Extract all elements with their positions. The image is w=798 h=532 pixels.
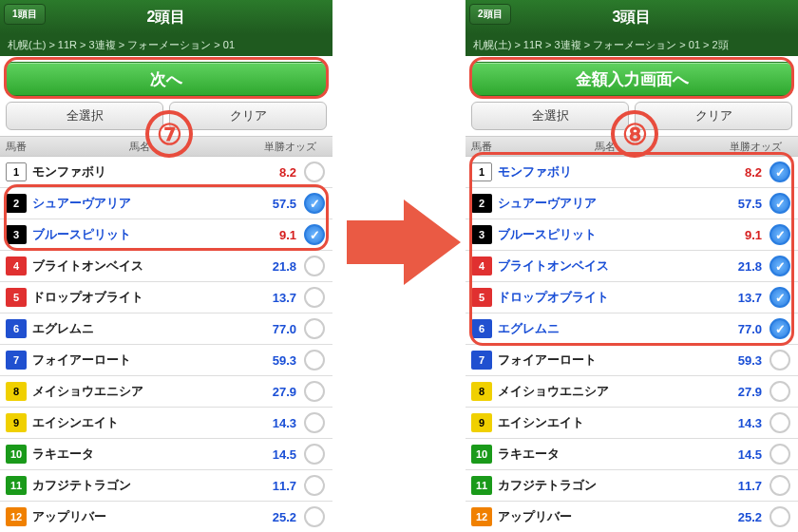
back-button[interactable]: 1頭目 [4, 4, 46, 25]
horse-number: 8 [6, 382, 27, 401]
horse-row[interactable]: 7フォイアーロート59.3 [0, 345, 332, 376]
horse-row[interactable]: 2シュアーヴアリア57.5 [0, 188, 332, 219]
horse-odds: 25.2 [714, 510, 762, 524]
horse-number: 12 [471, 507, 492, 526]
horse-name: エグレムニ [32, 320, 249, 337]
header: 2頭目 3頭目 [466, 0, 798, 34]
select-checkbox[interactable] [304, 475, 325, 496]
horse-name: ブライトオンベイス [498, 257, 714, 275]
horse-number: 8 [471, 382, 492, 401]
horse-name: アップリバー [32, 508, 249, 525]
horse-row[interactable]: 8メイショウエニシア27.9 [466, 376, 798, 408]
horse-row[interactable]: 1モンファボリ8.2 [0, 157, 332, 188]
next-button[interactable]: 次へ [6, 62, 327, 96]
select-checkbox[interactable] [304, 256, 325, 276]
horse-row[interactable]: 5ドロップオブライト13.7 [0, 282, 332, 314]
select-checkbox[interactable] [770, 224, 790, 245]
select-checkbox[interactable] [304, 381, 325, 402]
horse-name: フォイアーロート [32, 352, 249, 369]
horse-row[interactable]: 11カフジテトラゴン11.7 [0, 470, 332, 502]
amount-input-button[interactable]: 金額入力画面へ [471, 62, 792, 96]
select-checkbox[interactable] [770, 350, 790, 370]
horse-odds: 27.9 [714, 385, 762, 399]
select-checkbox[interactable] [770, 193, 790, 214]
horse-odds: 27.9 [249, 385, 296, 399]
clear-button[interactable]: クリア [169, 102, 327, 130]
horse-row[interactable]: 1モンファボリ8.2 [466, 157, 798, 188]
horse-number: 6 [6, 319, 27, 338]
horse-odds: 77.0 [249, 322, 296, 336]
horse-name: エイシンエイト [498, 414, 714, 431]
select-checkbox[interactable] [304, 412, 325, 433]
select-checkbox[interactable] [770, 162, 790, 182]
horse-name: ブルースピリット [32, 226, 249, 243]
horse-odds: 59.3 [249, 353, 296, 368]
horse-row[interactable]: 11カフジテトラゴン11.7 [466, 470, 798, 502]
horse-number: 3 [471, 225, 492, 244]
horse-name: ブライトオンベイス [32, 257, 249, 275]
horse-list[interactable]: 1モンファボリ8.22シュアーヴアリア57.53ブルースピリット9.14ブライト… [466, 157, 798, 532]
horse-row[interactable]: 9エイシンエイト14.3 [466, 408, 798, 439]
select-checkbox[interactable] [770, 475, 790, 496]
screen-step7: 1頭目 2頭目 札幌(土) > 11R > 3連複 > フォーメーション > 0… [0, 0, 332, 532]
select-checkbox[interactable] [770, 318, 790, 339]
horse-row[interactable]: 4ブライトオンベイス21.8 [466, 251, 798, 282]
horse-row[interactable]: 4ブライトオンベイス21.8 [0, 251, 332, 282]
horse-row[interactable]: 12アップリバー25.2 [466, 502, 798, 532]
horse-number: 1 [471, 162, 492, 181]
col-name: 馬名 [498, 140, 712, 154]
breadcrumb: 札幌(土) > 11R > 3連複 > フォーメーション > 01 [0, 34, 332, 56]
horse-row[interactable]: 3ブルースピリット9.1 [0, 219, 332, 251]
back-button[interactable]: 2頭目 [469, 4, 511, 25]
horse-row[interactable]: 12アップリバー25.2 [0, 502, 332, 532]
horse-row[interactable]: 10ラキエータ14.5 [0, 439, 332, 470]
horse-number: 4 [471, 256, 492, 276]
horse-row[interactable]: 3ブルースピリット9.1 [466, 219, 798, 251]
horse-name: アップリバー [498, 508, 714, 525]
screen-step8: 2頭目 3頭目 札幌(土) > 11R > 3連複 > フォーメーション > 0… [466, 0, 798, 532]
horse-row[interactable]: 9エイシンエイト14.3 [0, 408, 332, 439]
select-checkbox[interactable] [304, 287, 325, 308]
select-checkbox[interactable] [770, 412, 790, 433]
horse-row[interactable]: 2シュアーヴアリア57.5 [466, 188, 798, 219]
horse-row[interactable]: 10ラキエータ14.5 [466, 439, 798, 470]
horse-name: ブルースピリット [498, 226, 714, 243]
horse-odds: 9.1 [249, 228, 296, 242]
horse-row[interactable]: 5ドロップオブライト13.7 [466, 282, 798, 314]
horse-row[interactable]: 7フォイアーロート59.3 [466, 345, 798, 376]
select-checkbox[interactable] [770, 444, 790, 465]
select-checkbox[interactable] [770, 381, 790, 402]
horse-number: 11 [6, 476, 27, 495]
select-checkbox[interactable] [304, 444, 325, 465]
select-all-button[interactable]: 全選択 [6, 102, 163, 130]
horse-number: 9 [471, 413, 492, 432]
select-checkbox[interactable] [304, 224, 325, 245]
select-checkbox[interactable] [304, 162, 325, 182]
select-checkbox[interactable] [304, 350, 325, 370]
col-odds: 単勝オッズ [712, 140, 798, 154]
select-checkbox[interactable] [770, 506, 790, 527]
page-title: 2頭目 [147, 8, 186, 28]
horse-row[interactable]: 8メイショウエニシア27.9 [0, 376, 332, 408]
horse-odds: 25.2 [249, 510, 296, 524]
horse-name: カフジテトラゴン [498, 477, 714, 494]
select-checkbox[interactable] [304, 506, 325, 527]
horse-name: ラキエータ [498, 446, 714, 463]
horse-name: メイショウエニシア [498, 383, 714, 400]
clear-button[interactable]: クリア [635, 102, 792, 130]
horse-odds: 57.5 [249, 197, 296, 211]
select-checkbox[interactable] [304, 193, 325, 214]
horse-odds: 11.7 [714, 479, 762, 493]
select-all-button[interactable]: 全選択 [471, 102, 629, 130]
horse-list[interactable]: 1モンファボリ8.22シュアーヴアリア57.53ブルースピリット9.14ブライト… [0, 157, 332, 532]
horse-number: 11 [471, 476, 492, 495]
horse-name: カフジテトラゴン [32, 477, 249, 494]
horse-name: メイショウエニシア [32, 383, 249, 400]
horse-row[interactable]: 6エグレムニ77.0 [466, 314, 798, 345]
horse-odds: 14.5 [249, 447, 296, 462]
select-checkbox[interactable] [304, 318, 325, 339]
select-checkbox[interactable] [770, 287, 790, 308]
horse-odds: 8.2 [714, 165, 762, 180]
select-checkbox[interactable] [770, 256, 790, 276]
horse-row[interactable]: 6エグレムニ77.0 [0, 314, 332, 345]
